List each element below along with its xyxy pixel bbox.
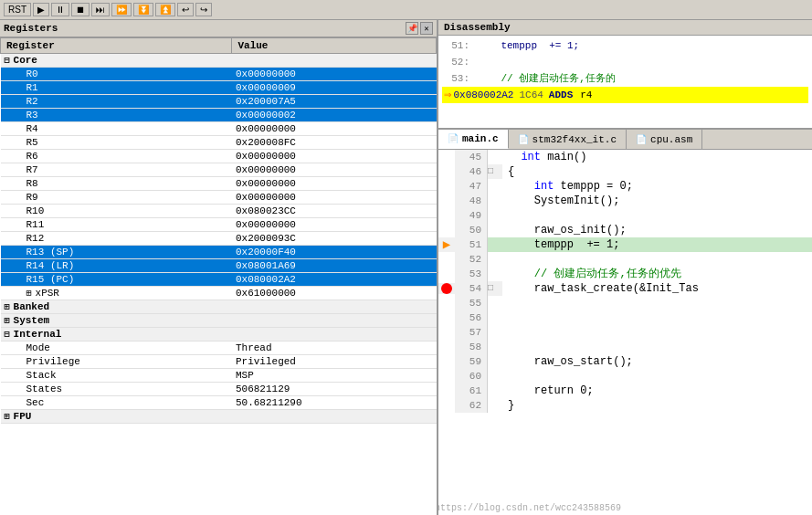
toolbar-back[interactable]: ↩ xyxy=(177,3,194,16)
source-line-47: 47 int temppp = 0; xyxy=(438,179,812,194)
toolbar-fwd[interactable]: ↪ xyxy=(195,3,212,16)
toolbar-step-over[interactable]: ⏭ xyxy=(91,3,110,16)
source-content[interactable]: 45 int main()46□{47 int temppp = 0;48 Sy… xyxy=(438,150,812,505)
toolbar-rst[interactable]: RST xyxy=(4,3,31,16)
line-marker-54 xyxy=(438,283,455,294)
reg-field-privilege: PrivilegePrivileged xyxy=(1,355,437,369)
dis-line-53: 53: // 创建启动任务,任务的 xyxy=(442,70,808,87)
reg-row-R9[interactable]: R90x00000000 xyxy=(1,191,437,205)
line-expand-46[interactable]: □ xyxy=(488,164,502,179)
source-line-56: 56 xyxy=(438,310,812,325)
source-line-52: 52 xyxy=(438,252,812,267)
reg-row-R1[interactable]: R10x00000009 xyxy=(1,81,437,95)
line-num-62: 62 xyxy=(455,398,488,413)
main-content: Registers 📌 ✕ Register Value ⊟CoreR00x00… xyxy=(0,20,812,515)
line-code-62: } xyxy=(502,398,514,413)
toolbar-play[interactable]: ▶ xyxy=(33,3,49,16)
reg-row-R3[interactable]: R30x00000002 xyxy=(1,109,437,122)
source-line-62: 62} xyxy=(438,398,812,413)
tab-label-stm32: stm32f4xx_it.c xyxy=(533,134,617,145)
reg-field-mode: ModeThread xyxy=(1,342,437,355)
source-line-57: 57 xyxy=(438,325,812,340)
reg-group-banked[interactable]: ⊞Banked xyxy=(1,300,437,314)
dis-line-51: 51: temppp += 1; xyxy=(442,37,808,54)
line-expand-54[interactable]: □ xyxy=(488,281,502,296)
disassembly-header: Disassembly xyxy=(438,20,812,36)
reg-row-R4[interactable]: R40x00000000 xyxy=(1,122,437,136)
line-code-47: int temppp = 0; xyxy=(502,179,633,194)
reg-row-R0[interactable]: R00x00000000 xyxy=(1,68,437,81)
breakpoint-icon[interactable] xyxy=(441,283,452,294)
reg-row-R6[interactable]: R60x00000000 xyxy=(1,150,437,163)
disassembly-panel: Disassembly 51: temppp += 1; 52: 53: // … xyxy=(438,20,812,130)
reg-group-internal[interactable]: ⊟Internal xyxy=(1,328,437,342)
line-code-54: raw_task_create(&Init_Tas xyxy=(502,281,699,296)
line-num-47: 47 xyxy=(455,179,488,194)
reg-row-R8[interactable]: R80x00000000 xyxy=(1,177,437,191)
reg-row-R10[interactable]: R100x080023CC xyxy=(1,205,437,218)
tab-main-c[interactable]: 📄 main.c xyxy=(438,130,509,149)
line-num-52: 52 xyxy=(455,252,488,267)
col-value: Value xyxy=(232,38,437,54)
toolbar-step-in[interactable]: ⏩ xyxy=(111,3,132,16)
line-num-50: 50 xyxy=(455,223,488,237)
reg-group-core[interactable]: ⊟Core xyxy=(1,54,437,68)
source-line-59: 59 raw_os_start(); xyxy=(438,354,812,369)
source-line-46: 46□{ xyxy=(438,164,812,179)
source-line-51: ▶51 temppp += 1; xyxy=(438,237,812,252)
source-line-45: 45 int main() xyxy=(438,150,812,164)
reg-row-R2[interactable]: R20x200007A5 xyxy=(1,95,437,109)
registers-panel-header: Registers 📌 ✕ xyxy=(0,20,437,37)
dis-line-52: 52: xyxy=(442,54,808,70)
tab-stm32[interactable]: 📄 stm32f4xx_it.c xyxy=(509,130,627,149)
reg-field-sec: Sec50.68211290 xyxy=(1,396,437,410)
tab-label-cpuasm: cpu.asm xyxy=(650,134,692,145)
pin-button[interactable]: 📌 xyxy=(406,22,418,35)
reg-row-R14LR[interactable]: R14 (LR)0x08001A69 xyxy=(1,259,437,273)
reg-group-system[interactable]: ⊞System xyxy=(1,314,437,328)
registers-table[interactable]: Register Value ⊟CoreR00x00000000R10x0000… xyxy=(0,37,437,515)
toolbar-run-to[interactable]: ⏫ xyxy=(155,3,175,16)
reg-field-states: States506821129 xyxy=(1,383,437,396)
reg-row-R11[interactable]: R110x00000000 xyxy=(1,218,437,232)
disassembly-content[interactable]: 51: temppp += 1; 52: 53: // 创建启动任务,任务的 ⇒… xyxy=(438,36,812,128)
line-num-56: 56 xyxy=(455,310,488,325)
source-line-53: 53 // 创建启动任务,任务的优先 xyxy=(438,267,812,281)
source-line-60: 60 xyxy=(438,369,812,384)
tab-cpu-asm[interactable]: 📄 cpu.asm xyxy=(627,130,702,149)
source-line-58: 58 xyxy=(438,340,812,354)
line-marker-51: ▶ xyxy=(438,237,455,252)
reg-row-xPSR[interactable]: ⊞xPSR0x61000000 xyxy=(1,287,437,300)
reg-row-R12[interactable]: R120x2000093C xyxy=(1,232,437,246)
line-num-46: 46 xyxy=(455,164,488,179)
arrow-icon: ▶ xyxy=(443,237,450,252)
source-line-55: 55 xyxy=(438,296,812,310)
panel-header-controls: 📌 ✕ xyxy=(406,22,433,35)
toolbar: RST ▶ ⏸ ⏹ ⏭ ⏩ ⏬ ⏫ ↩ ↪ xyxy=(0,0,812,20)
toolbar-pause[interactable]: ⏸ xyxy=(51,3,69,16)
line-num-53: 53 xyxy=(455,267,488,281)
line-num-54: 54 xyxy=(455,281,488,296)
tab-label-main: main.c xyxy=(462,133,499,144)
reg-row-R13SP[interactable]: R13 (SP)0x20000F40 xyxy=(1,246,437,259)
reg-row-R15PC[interactable]: R15 (PC)0x080002A2 xyxy=(1,273,437,287)
line-num-58: 58 xyxy=(455,340,488,354)
source-panel: 📄 main.c 📄 stm32f4xx_it.c 📄 cpu.asm 45 i… xyxy=(438,130,812,515)
line-code-61: return 0; xyxy=(502,384,594,398)
toolbar-step-out[interactable]: ⏬ xyxy=(133,3,153,16)
line-num-57: 57 xyxy=(455,325,488,340)
toolbar-stop[interactable]: ⏹ xyxy=(71,3,90,16)
source-line-48: 48 SystemInit(); xyxy=(438,194,812,208)
close-button[interactable]: ✕ xyxy=(420,22,433,35)
line-code-51: temppp += 1; xyxy=(502,237,619,252)
reg-row-R7[interactable]: R70x00000000 xyxy=(1,163,437,177)
reg-group-fpu[interactable]: ⊞FPU xyxy=(1,410,437,424)
line-code-50: raw_os_init(); xyxy=(502,223,627,237)
line-num-49: 49 xyxy=(455,208,488,223)
line-num-55: 55 xyxy=(455,296,488,310)
reg-row-R5[interactable]: R50x200008FC xyxy=(1,136,437,150)
dis-line-asm: ⇒ 0x080002A2 1C64 ADDS r4 xyxy=(442,87,808,103)
line-code-53: // 创建启动任务,任务的优先 xyxy=(502,267,681,281)
line-num-51: 51 xyxy=(455,237,488,252)
line-num-59: 59 xyxy=(455,354,488,369)
